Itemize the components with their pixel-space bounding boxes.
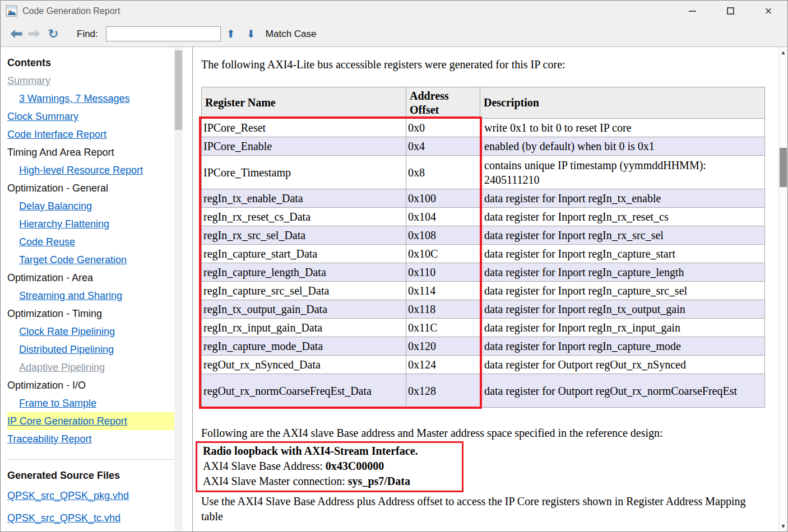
cell-register-name: regIn_tx_enable_Data — [202, 189, 406, 208]
sidebar-item-clock-rate-pipelining[interactable]: Clock Rate Pipelining — [7, 323, 174, 340]
sidebar-item-streaming-and-sharing[interactable]: Streaming and Sharing — [7, 287, 174, 305]
cell-register-name: regIn_capture_src_sel_Data — [202, 282, 406, 300]
arrow-down-icon: ⬇ — [247, 28, 256, 40]
table-row: regIn_tx_enable_Data 0x100 data register… — [202, 189, 765, 208]
sidebar-item-warnings-messages[interactable]: 3 Warnings, 7 Messages — [7, 90, 174, 108]
cell-address-offset: 0x108 — [406, 226, 480, 245]
cell-description: contains unique IP timestamp (yymmddHHMM… — [480, 156, 765, 189]
cell-address-offset: 0x10C — [406, 245, 480, 263]
window-controls: × — [673, 1, 787, 21]
cell-description: enabled (by default) when bit 0 is 0x1 — [480, 137, 765, 156]
sidebar-section-optimization-io: Optimization - I/O — [7, 376, 174, 394]
maximize-icon — [727, 7, 734, 15]
minimize-button[interactable] — [673, 1, 711, 21]
scroll-up-icon[interactable]: ▲ — [779, 49, 787, 55]
sidebar-item-code-interface-report[interactable]: Code Interface Report — [7, 125, 174, 143]
cell-address-offset: 0x8 — [406, 156, 480, 189]
cell-description: data register for Outport regOut_rx_norm… — [480, 374, 765, 408]
cell-address-offset: 0x104 — [406, 208, 480, 226]
table-row: regIn_rx_src_sel_Data 0x108 data registe… — [202, 226, 765, 245]
table-row: regIn_rx_input_gain_Data 0x11C data regi… — [202, 319, 765, 337]
sidebar-item-adaptive-pipelining[interactable]: Adaptive Pipelining — [7, 358, 174, 376]
axi4-slave-master-connection-label: AXI4 Slave Master connection: — [203, 475, 348, 487]
sidebar-item-target-code-generation[interactable]: Target Code Generation — [7, 251, 174, 269]
cell-address-offset: 0x114 — [406, 282, 480, 300]
cell-description: data register for Inport regIn_rx_input_… — [480, 319, 765, 337]
title-bar: Code Generation Report × — [1, 1, 787, 21]
sidebar-item-hierarchy-flattening[interactable]: Hierarchy Flattening — [7, 215, 174, 233]
sidebar-section-optimization-general: Optimization - General — [7, 179, 174, 197]
sidebar-item-delay-balancing[interactable]: Delay Balancing — [7, 197, 174, 215]
register-address-mapping-table: Register Name Address Offset Description… — [201, 87, 765, 408]
sidebar-item-frame-to-sample[interactable]: Frame to Sample — [7, 394, 174, 412]
cell-address-offset: 0x100 — [406, 189, 480, 208]
cell-description: data register for Inport regIn_capture_s… — [480, 245, 765, 263]
sidebar-item-summary[interactable]: Summary — [7, 72, 174, 90]
cell-register-name: regOut_rx_normCoarseFreqEst_Data — [202, 374, 406, 408]
close-button[interactable]: × — [749, 1, 787, 21]
table-row: IPCore_Reset 0x0 write 0x1 to bit 0 to r… — [202, 119, 765, 137]
file-link-qpsk-tc[interactable]: QPSK_src_QPSK_tc.vhd — [7, 507, 174, 529]
back-button[interactable] — [7, 29, 25, 39]
cell-address-offset: 0x0 — [406, 119, 480, 137]
sidebar-scrollbar-thumb[interactable] — [175, 50, 182, 130]
cell-register-name: IPCore_Enable — [202, 137, 406, 156]
axi4-intro-paragraph: Following are the AXI4 slave Base addres… — [201, 426, 770, 441]
sidebar-item-distributed-pipelining[interactable]: Distributed Pipelining — [7, 340, 174, 358]
cell-address-offset: 0x124 — [406, 356, 480, 374]
cell-description: data register for Outport regOut_rx_nSyn… — [480, 356, 765, 374]
table-row: IPCore_Enable 0x4 enabled (by default) w… — [202, 137, 765, 156]
arrow-up-icon: ⬆ — [226, 28, 235, 40]
cell-description: data register for Inport regIn_tx_enable — [480, 189, 765, 208]
cell-address-offset: 0x118 — [406, 300, 480, 319]
cell-register-name: regIn_rx_src_sel_Data — [202, 226, 406, 245]
find-input[interactable] — [106, 26, 221, 41]
table-row: regOut_rx_nSynced_Data 0x124 data regist… — [202, 356, 765, 374]
closing-paragraph: Use the AXI4 Slave Base Address plus Add… — [201, 494, 762, 524]
axi4-slave-base-address-label: AXI4 Slave Base Address: — [203, 460, 326, 472]
sidebar-item-ip-core-generation-report[interactable]: IP Core Generation Report — [7, 412, 174, 430]
code-generation-report-window: Code Generation Report × ↻ Find: ⬆ ⬇ Mat… — [0, 0, 788, 532]
window-body: Contents Summary 3 Warnings, 7 Messages … — [1, 47, 787, 531]
sidebar-item-traceability-report[interactable]: Traceability Report — [7, 430, 174, 448]
axi4-slave-base-address-value: 0x43C00000 — [326, 460, 384, 472]
sidebar-item-code-reuse[interactable]: Code Reuse — [7, 233, 174, 251]
cell-address-offset: 0x128 — [406, 374, 480, 408]
sidebar-section-optimization-timing: Optimization - Timing — [7, 305, 174, 323]
annotation-box-axi4: Radio loopback with AXI4-Stream Interfac… — [196, 441, 463, 492]
cell-address-offset: 0x110 — [406, 263, 480, 282]
table-row: regIn_capture_length_Data 0x110 data reg… — [202, 263, 765, 282]
cell-register-name: regIn_capture_start_Data — [202, 245, 406, 263]
main-scrollbar[interactable]: ▲ ▼ — [778, 47, 787, 531]
match-case-toggle[interactable]: Match Case — [266, 29, 317, 40]
sidebar-item-high-level-resource-report[interactable]: High-level Resource Report — [7, 161, 174, 179]
sidebar-section-timing-and-area-report: Timing And Area Report — [7, 143, 174, 161]
file-link-qpsk-pkg[interactable]: QPSK_src_QPSK_pkg.vhd — [7, 484, 174, 507]
sidebar-scrollbar[interactable] — [174, 47, 183, 531]
cell-register-name: regIn_capture_length_Data — [202, 263, 406, 282]
cell-address-offset: 0x11C — [406, 319, 480, 337]
cell-register-name: regIn_rx_input_gain_Data — [202, 319, 406, 337]
sidebar-main-divider — [183, 47, 193, 531]
table-row: regOut_rx_normCoarseFreqEst_Data 0x128 d… — [202, 374, 765, 408]
sidebar-item-clock-summary[interactable]: Clock Summary — [7, 108, 174, 125]
scroll-down-icon[interactable]: ▼ — [779, 523, 787, 529]
cell-description: data register for Inport regIn_capture_s… — [480, 282, 765, 300]
find-label: Find: — [77, 29, 98, 40]
cell-description: write 0x1 to bit 0 to reset IP core — [480, 119, 765, 137]
cell-register-name: regIn_rx_reset_cs_Data — [202, 208, 406, 226]
refresh-button[interactable]: ↻ — [43, 27, 63, 41]
column-header-address-offset: Address Offset — [406, 87, 480, 119]
find-next-button[interactable]: ⬇ — [241, 27, 261, 40]
forward-button[interactable] — [25, 29, 43, 39]
table-row: regIn_capture_mode_Data 0x120 data regis… — [202, 337, 765, 356]
main-scrollbar-thumb[interactable] — [780, 148, 787, 187]
column-header-description: Description — [480, 87, 765, 119]
cell-register-name: IPCore_Reset — [202, 119, 406, 137]
find-previous-button[interactable]: ⬆ — [221, 27, 241, 40]
axi4-interface-title: Radio loopback with AXI4-Stream Interfac… — [203, 444, 458, 459]
table-row: regIn_capture_start_Data 0x10C data regi… — [202, 245, 765, 263]
maximize-button[interactable] — [711, 1, 749, 21]
register-table-wrapper: Register Name Address Offset Description… — [201, 87, 764, 408]
cell-description: data register for Inport regIn_capture_l… — [480, 263, 765, 282]
